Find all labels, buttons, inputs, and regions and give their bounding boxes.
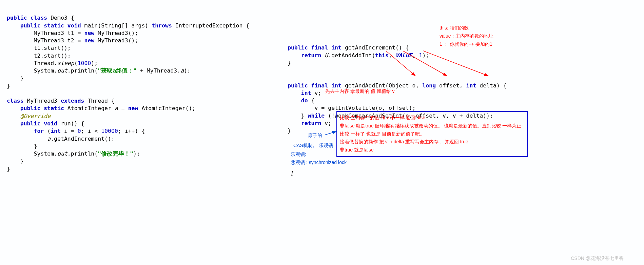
text-cursor-icon: I: [291, 169, 293, 178]
code-text: i =: [61, 128, 78, 134]
code-text: getAndIncrement() {: [341, 44, 409, 51]
code-text: MyThread3 t2 =: [7, 37, 84, 44]
field: a: [47, 136, 51, 142]
code-text: ,: [389, 52, 395, 59]
keyword: void: [67, 22, 81, 29]
keyword: public: [288, 44, 308, 51]
code-text: Thread.: [7, 60, 57, 66]
keyword: public: [20, 120, 41, 127]
code-text: AtomicInteger: [64, 105, 115, 111]
code-text: .getAndAddInt(: [328, 52, 375, 59]
code-text: main(String[] args): [81, 22, 152, 29]
keyword: this: [375, 52, 389, 59]
keyword: static: [44, 105, 64, 111]
keyword: new: [84, 37, 94, 44]
keyword: int: [301, 90, 311, 96]
field: a: [115, 105, 118, 111]
code-text: Demo3 {: [47, 15, 74, 21]
code-text: }: [7, 166, 10, 172]
code-text: InterruptedException {: [172, 22, 249, 29]
code-text: AtomicInteger();: [138, 105, 195, 111]
code-text: );: [422, 52, 429, 59]
code-text: );: [184, 67, 191, 74]
method: sleep: [57, 60, 74, 66]
annotation-do: 先去主内存 拿最新的 值 赋值给 v: [325, 88, 395, 95]
code-text: }: [7, 143, 37, 149]
code-text: t1.start();: [7, 45, 71, 51]
keyword: return: [301, 52, 321, 59]
code-text: );: [91, 60, 98, 66]
code-text: ; i++) {: [118, 128, 145, 134]
code-text: ,: [412, 52, 419, 59]
number: 1000: [78, 60, 91, 66]
keyword: public: [20, 22, 41, 29]
string: "获取a终值：": [98, 67, 137, 74]
keyword: public: [7, 15, 27, 21]
code-text: delta) {: [476, 82, 506, 89]
keyword: final: [311, 82, 328, 89]
number: 10000: [101, 128, 118, 134]
annotation-one: 1 ： 你就你的++ 要加的1: [440, 41, 492, 47]
box-line: 比较 一样了 也就是 目前是新的值了吧。: [340, 130, 525, 138]
keyword: do: [301, 97, 308, 104]
code-text: [7, 136, 47, 142]
constant: VALUE: [395, 52, 412, 59]
keyword: class: [31, 15, 47, 21]
code-text: .println(: [67, 150, 98, 157]
code-text: (: [44, 128, 51, 134]
explanation-box: 比较 主内存中的值 和 v 不一样 返回false 非false 就是true …: [336, 111, 528, 157]
keyword: new: [128, 105, 138, 111]
code-text: + MyThread3.: [137, 67, 180, 74]
code-text: v;: [311, 90, 321, 96]
note-optimistic: 乐观锁:: [291, 151, 306, 158]
number: 0: [78, 128, 81, 134]
box-line: 接着做替换的操作 把 v ＋delta 重写写会主内存， 并返回 true: [340, 138, 525, 146]
code-text: getAndAddInt(Object o,: [341, 82, 422, 89]
code-text: );: [133, 150, 140, 157]
keyword: final: [311, 44, 328, 51]
keyword: int: [466, 82, 476, 89]
code-text: t2.start();: [7, 53, 71, 59]
keyword: int: [331, 82, 341, 89]
code-text: MyThread3();: [94, 30, 138, 36]
annotation-value: value：主内存的数的地址: [440, 33, 493, 39]
keyword: return: [301, 120, 321, 126]
keyword: public: [20, 105, 41, 111]
keyword: while: [308, 113, 325, 119]
code-text: MyThread3 t1 =: [7, 30, 84, 36]
note-cas: CAS机制。 乐观锁: [293, 142, 333, 149]
keyword: long: [422, 82, 436, 89]
code-text: }: [7, 83, 10, 89]
field: out: [57, 150, 67, 157]
annotation-this: this: 咱们的数: [440, 25, 469, 31]
keyword: int: [331, 44, 341, 51]
keyword: void: [44, 120, 57, 127]
code-text: ; i <: [81, 128, 101, 134]
code-text: v;: [321, 120, 331, 126]
keyword: public: [288, 82, 308, 89]
left-code-block: public class Demo3 { public static void …: [7, 7, 249, 173]
code-text: MyThread3();: [94, 37, 138, 44]
watermark-text: CSDN @花海没有七里香: [571, 255, 624, 262]
annotation: @Override: [20, 113, 51, 119]
code-text: .getAndIncrement();: [51, 136, 115, 142]
keyword: new: [84, 30, 94, 36]
code-text: {: [308, 97, 315, 104]
note-pessimistic: 悲观锁 : synchronized lock: [291, 159, 347, 166]
code-text: }: [7, 75, 24, 81]
box-line: 非true 就是false: [340, 146, 525, 154]
code-text: v = getIntVolatile(o, offset);: [288, 105, 416, 111]
code-text: }: [288, 113, 308, 119]
code-text: }: [288, 127, 291, 134]
field: U: [325, 52, 328, 59]
code-text: }: [7, 158, 24, 164]
number: 1: [419, 52, 422, 59]
box-line: 非false 就是true 循环继续 继续获取被改动的值。 也就是最新的值。直到…: [340, 122, 525, 130]
keyword: extends: [61, 98, 84, 104]
keyword: for: [34, 128, 44, 134]
keyword: static: [44, 22, 64, 29]
code-text: =: [118, 105, 128, 111]
keyword: throws: [152, 22, 172, 29]
code-text: System.: [7, 150, 57, 157]
code-text: }: [288, 60, 291, 66]
